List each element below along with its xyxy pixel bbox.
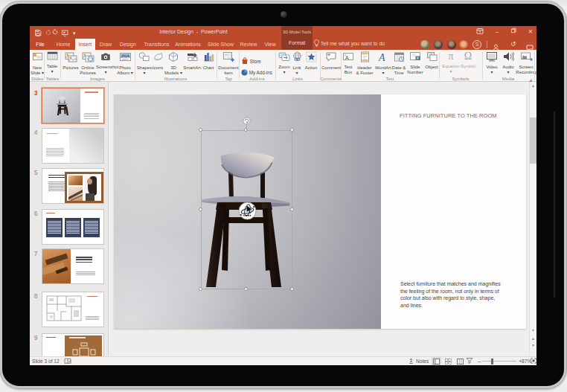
svg-text:A: A [378, 52, 385, 63]
svg-text:A: A [345, 55, 349, 60]
svg-text:▾: ▾ [73, 30, 76, 36]
